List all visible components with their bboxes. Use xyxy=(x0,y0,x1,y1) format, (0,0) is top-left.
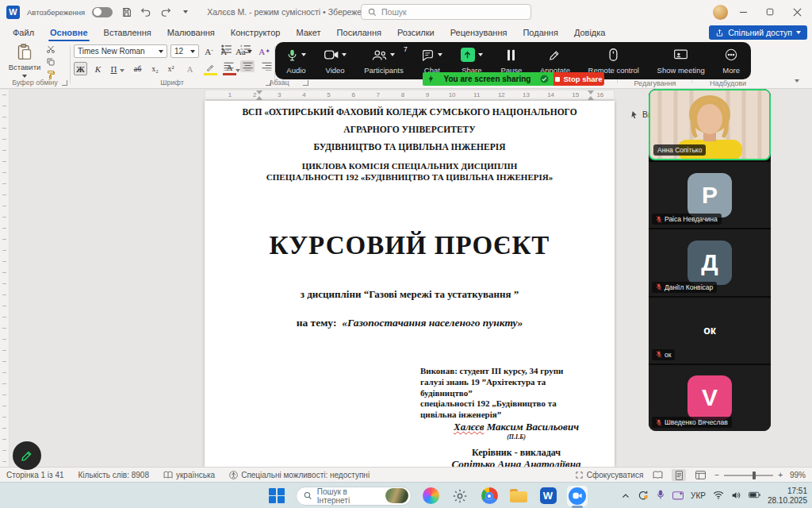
battery-icon[interactable] xyxy=(749,491,760,500)
highlight-button[interactable] xyxy=(204,62,217,75)
autosave-toggle[interactable] xyxy=(92,7,113,17)
tray-overflow-icon[interactable] xyxy=(621,491,630,501)
volume-icon[interactable] xyxy=(731,491,741,502)
accessibility-status[interactable]: Спеціальні можливості: недоступні xyxy=(229,471,370,479)
tab-home[interactable]: Основне xyxy=(42,24,96,41)
indent-markers[interactable] xyxy=(256,90,262,100)
participant-video-tile[interactable]: Анна Сопітько xyxy=(649,89,771,160)
tab-draw[interactable]: Малювання xyxy=(159,24,223,41)
close-button[interactable] xyxy=(785,1,809,23)
subscript-button[interactable]: х₂ xyxy=(148,62,162,75)
participant-tile[interactable]: V Шведенко Вячеслав xyxy=(649,364,771,431)
grow-font-button[interactable]: Аˆ xyxy=(202,44,216,58)
document-page[interactable]: ВСП «ОХТИРСЬКИЙ ФАХОВИЙ КОЛЕДЖ СУМСЬКОГО… xyxy=(205,101,615,467)
wifi-icon[interactable] xyxy=(713,491,724,501)
tab-insert[interactable]: Вставлення xyxy=(96,24,159,41)
align-center-button[interactable] xyxy=(240,60,255,72)
text-effects-button[interactable]: А xyxy=(183,62,197,75)
maximize-button[interactable] xyxy=(758,1,782,23)
clock[interactable]: 17:51 28.10.2025 xyxy=(768,487,807,506)
tab-layout[interactable]: Макет xyxy=(288,24,328,41)
account-avatar[interactable] xyxy=(713,5,728,20)
proofing-status[interactable]: українська xyxy=(163,471,215,479)
participant-tile[interactable]: Р Раіса Невдачина xyxy=(649,160,771,228)
windows-taskbar: Пошук в Інтернеті W xyxy=(0,482,812,508)
zoom-in-button[interactable]: + xyxy=(778,471,783,479)
sync-tray-icon[interactable] xyxy=(638,490,649,502)
undo-icon[interactable] xyxy=(140,6,152,18)
minimize-button[interactable] xyxy=(731,1,755,23)
read-mode-button[interactable] xyxy=(650,469,665,481)
quick-access-menu-icon[interactable] xyxy=(179,6,192,18)
tab-design[interactable]: Конструктор xyxy=(223,24,289,41)
paste-button[interactable]: Вставити xyxy=(8,44,41,80)
tab-mailings[interactable]: Розсилки xyxy=(389,24,442,41)
tab-references[interactable]: Посилання xyxy=(329,24,389,41)
start-button[interactable] xyxy=(266,486,287,506)
chevron-down-icon[interactable] xyxy=(301,53,306,56)
clipboard-dialog-launcher[interactable] xyxy=(62,80,67,86)
focus-mode-button[interactable]: Сфокусуватися xyxy=(575,471,644,479)
chevron-down-icon[interactable] xyxy=(342,53,347,56)
collapse-ribbon-button[interactable] xyxy=(795,76,799,85)
superscript-button[interactable]: х² xyxy=(164,62,178,75)
underline-button[interactable]: П xyxy=(107,62,121,75)
zoom-show-meeting-button[interactable]: Show meeting xyxy=(654,45,708,76)
settings-app-icon[interactable] xyxy=(450,486,470,506)
align-right-button[interactable] xyxy=(259,60,274,72)
align-left-button[interactable] xyxy=(221,60,236,72)
tab-review[interactable]: Рецензування xyxy=(442,24,515,41)
zoom-audio-button[interactable]: Audio xyxy=(283,45,309,76)
cut-button[interactable] xyxy=(46,44,56,56)
taskbar-search[interactable]: Пошук в Інтернеті xyxy=(296,487,412,506)
paragraph-dialog-launcher[interactable] xyxy=(303,80,308,86)
save-icon[interactable] xyxy=(120,6,132,18)
chevron-down-icon[interactable] xyxy=(478,53,483,56)
zoom-video-button[interactable]: Video xyxy=(321,45,350,76)
bullet-list-button[interactable] xyxy=(221,44,232,56)
tab-file[interactable]: Файл xyxy=(5,24,42,41)
file-explorer-icon[interactable] xyxy=(508,486,529,506)
zoom-slider[interactable]: − + xyxy=(714,471,783,479)
participant-tile[interactable]: ок ок xyxy=(649,296,771,364)
tab-help[interactable]: Довідка xyxy=(566,24,614,41)
chrome-app-icon[interactable] xyxy=(479,486,500,506)
strikethrough-button[interactable]: аб xyxy=(131,62,144,75)
share-document-button[interactable]: Спільний доступ xyxy=(709,25,807,40)
tab-view[interactable]: Подання xyxy=(515,24,565,41)
zoom-out-button[interactable]: − xyxy=(714,471,719,479)
participant-tile[interactable]: Д Даніїл Конвісар xyxy=(649,228,771,295)
language-indicator[interactable]: УКР xyxy=(691,491,706,500)
font-size-combo[interactable]: 12 xyxy=(170,44,199,58)
zoom-annotate-fab[interactable] xyxy=(13,441,41,470)
font-name-combo[interactable]: Times New Roman xyxy=(74,44,167,58)
redo-icon[interactable] xyxy=(159,6,172,18)
page-indicator[interactable]: Сторінка 1 із 41 xyxy=(6,471,64,479)
bold-button[interactable]: Ж xyxy=(74,62,87,75)
clear-formatting-button[interactable]: А✦ xyxy=(258,44,271,58)
copilot-app-icon[interactable] xyxy=(420,486,441,506)
chevron-down-icon[interactable] xyxy=(438,53,442,56)
screenshot-tray-icon[interactable] xyxy=(672,491,684,502)
zoom-level[interactable]: 99% xyxy=(790,471,806,479)
right-indent-marker[interactable] xyxy=(588,90,594,100)
focus-icon xyxy=(575,471,584,479)
stop-share-button[interactable]: Stop share xyxy=(553,72,604,86)
zoom-slider-knob[interactable] xyxy=(753,471,756,479)
word-count[interactable]: Кількість слів: 8908 xyxy=(79,471,149,479)
print-layout-button[interactable] xyxy=(672,469,686,481)
zoom-participants-button[interactable]: 7 Participants xyxy=(361,45,407,76)
copy-button[interactable] xyxy=(46,57,56,68)
chevron-down-icon[interactable] xyxy=(390,53,395,56)
document-title[interactable]: Халєєв М. - режим сумісності • Збережено xyxy=(207,7,378,17)
zoom-app-icon[interactable] xyxy=(567,486,588,506)
zoom-more-button[interactable]: More xyxy=(719,45,743,76)
underline-options[interactable] xyxy=(120,66,124,75)
word-app-icon[interactable]: W xyxy=(538,486,558,506)
microphone-tray-icon[interactable] xyxy=(656,490,665,502)
numbered-list-button[interactable] xyxy=(240,44,251,56)
web-layout-button[interactable] xyxy=(693,469,707,481)
word-search-input[interactable]: Пошук xyxy=(361,4,531,20)
italic-button[interactable]: К xyxy=(91,62,105,75)
doc-department: БУДІВНИЦТВО ТА ЦИВІЛЬНА ІНЖЕНЕРІЯ xyxy=(205,142,615,152)
